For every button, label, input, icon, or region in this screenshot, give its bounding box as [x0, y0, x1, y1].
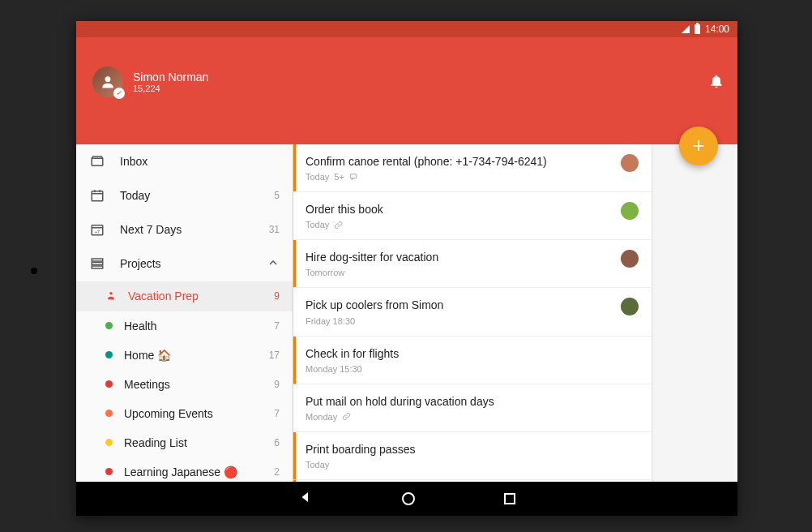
- project-item-health[interactable]: Health 7: [76, 311, 293, 341]
- task-date: Today: [306, 172, 329, 182]
- project-count: 7: [274, 320, 280, 332]
- project-item-home-[interactable]: Home 🏠 17: [76, 341, 293, 370]
- priority-bar: [293, 480, 296, 482]
- projects-icon: [89, 256, 105, 271]
- task-title: Print boarding passes: [306, 442, 639, 457]
- sidebar-projects-header[interactable]: Projects: [76, 247, 293, 281]
- task-meta: Tomorrow: [306, 268, 621, 277]
- svg-rect-8: [92, 259, 103, 261]
- priority-bar: [293, 432, 296, 479]
- task-title: Put mail on hold during vacation days: [306, 394, 639, 409]
- link-icon: [334, 221, 343, 230]
- task-date: Monday 15:30: [306, 364, 362, 374]
- project-count: 6: [274, 437, 280, 448]
- svg-point-11: [109, 292, 113, 295]
- sidebar-item-count: 31: [265, 224, 280, 235]
- nav-home-icon[interactable]: [402, 492, 415, 505]
- project-label: Meetings: [124, 378, 263, 391]
- status-bar: 14:00: [76, 21, 737, 37]
- project-label: Home 🏠: [124, 349, 258, 362]
- sidebar-item-count: 5: [265, 190, 280, 201]
- task-title: Confirm canoe rental (phone: +1-734-794-…: [306, 154, 621, 169]
- task-title: Pick up coolers from Simon: [306, 298, 621, 312]
- app-header: Simon Norman 15,224 +: [76, 37, 737, 144]
- task-meta: Today 5+: [306, 172, 621, 182]
- task-list[interactable]: Confirm canoe rental (phone: +1-734-794-…: [293, 144, 652, 482]
- profile-block[interactable]: Simon Norman 15,224: [92, 66, 208, 97]
- inbox-icon: [89, 154, 105, 169]
- project-item-vacation-prep[interactable]: Vacation Prep 9: [76, 281, 293, 311]
- chevron-up-icon: [267, 256, 280, 272]
- task-date: Monday: [306, 412, 337, 422]
- project-label: Upcoming Events: [124, 407, 263, 420]
- assignee-avatar: [621, 154, 639, 172]
- priority-bar: [293, 240, 296, 287]
- project-label: Reading List: [124, 436, 263, 449]
- avatar: [92, 66, 123, 97]
- app-body: Inbox Today 5+7 Next 7 Days 31 Projects …: [76, 144, 737, 482]
- task-row[interactable]: Check in for flights Monday 15:30: [293, 337, 652, 384]
- user-score: 15,224: [133, 84, 208, 93]
- task-row[interactable]: Drop off the dog @ sitter Today 9:00: [293, 480, 652, 482]
- add-task-fab[interactable]: +: [679, 127, 718, 165]
- svg-rect-9: [92, 263, 103, 265]
- plus-icon: +: [692, 133, 704, 158]
- link-icon: [342, 412, 351, 421]
- project-item-learning-japanese-[interactable]: Learning Japanese 🔴 2: [76, 457, 293, 482]
- sidebar-item-label: Today: [120, 189, 250, 202]
- project-dot: [105, 322, 113, 329]
- notifications-icon[interactable]: [708, 73, 724, 92]
- task-meta: Friday 18:30: [306, 316, 621, 326]
- task-title: Check in for flights: [306, 346, 639, 361]
- task-row[interactable]: Pick up coolers from Simon Friday 18:30: [293, 288, 652, 336]
- battery-icon: [694, 24, 700, 34]
- android-navbar: [76, 482, 737, 516]
- task-extra: 5+: [334, 172, 344, 182]
- sidebar-item-inbox[interactable]: Inbox: [76, 144, 293, 178]
- app-badge-icon: [113, 88, 125, 99]
- svg-point-0: [105, 76, 111, 82]
- task-row[interactable]: Order this book Today: [293, 192, 652, 240]
- sidebar-item-next-7-days[interactable]: +7 Next 7 Days 31: [76, 212, 293, 247]
- priority-bar: [293, 288, 296, 335]
- project-item-upcoming-events[interactable]: Upcoming Events 7: [76, 399, 293, 428]
- project-dot: [105, 410, 113, 417]
- task-row[interactable]: Print boarding passes Today: [293, 432, 652, 480]
- calendar-week-icon: +7: [89, 222, 105, 237]
- panel-wrap: Vacation Prep Confirm canoe rental (phon…: [293, 144, 737, 482]
- sidebar: Inbox Today 5+7 Next 7 Days 31 Projects …: [76, 144, 293, 482]
- project-count: 17: [269, 350, 280, 361]
- project-item-reading-list[interactable]: Reading List 6: [76, 428, 293, 457]
- task-meta: Today: [306, 220, 621, 230]
- sidebar-item-today[interactable]: Today 5: [76, 178, 293, 212]
- project-label: Learning Japanese 🔴: [124, 466, 263, 478]
- task-row[interactable]: Hire dog-sitter for vacation Tomorrow: [293, 240, 652, 288]
- task-date: Tomorrow: [306, 268, 344, 277]
- device-frame: 14:00 Simon Norman 15,224 + Inbox: [76, 21, 737, 516]
- task-date: Friday 18:30: [306, 316, 355, 326]
- svg-rect-10: [92, 266, 103, 268]
- project-label: Vacation Prep: [128, 290, 263, 302]
- calendar-today-icon: [89, 188, 105, 203]
- status-time: 14:00: [705, 24, 729, 35]
- project-dot: [105, 439, 113, 446]
- task-meta: Monday 15:30: [306, 364, 639, 374]
- assignee-avatar: [621, 202, 639, 220]
- priority-bar: [293, 384, 296, 431]
- user-name: Simon Norman: [133, 71, 208, 84]
- assignee-avatar: [621, 250, 639, 268]
- project-item-meetings[interactable]: Meetings 9: [76, 370, 293, 399]
- comment-icon: [349, 173, 358, 182]
- project-dot: [105, 351, 113, 358]
- project-count: 7: [274, 408, 280, 419]
- task-meta: Monday: [306, 412, 639, 422]
- task-row[interactable]: Confirm canoe rental (phone: +1-734-794-…: [293, 144, 652, 192]
- task-panel: Vacation Prep Confirm canoe rental (phon…: [293, 144, 652, 482]
- task-row[interactable]: Put mail on hold during vacation days Mo…: [293, 384, 652, 432]
- sidebar-item-label: Next 7 Days: [120, 223, 250, 236]
- task-date: Today: [306, 220, 329, 230]
- nav-recent-icon[interactable]: [504, 493, 515, 504]
- project-count: 9: [274, 379, 280, 390]
- task-meta: Today: [306, 460, 639, 470]
- nav-back-icon[interactable]: [298, 490, 313, 508]
